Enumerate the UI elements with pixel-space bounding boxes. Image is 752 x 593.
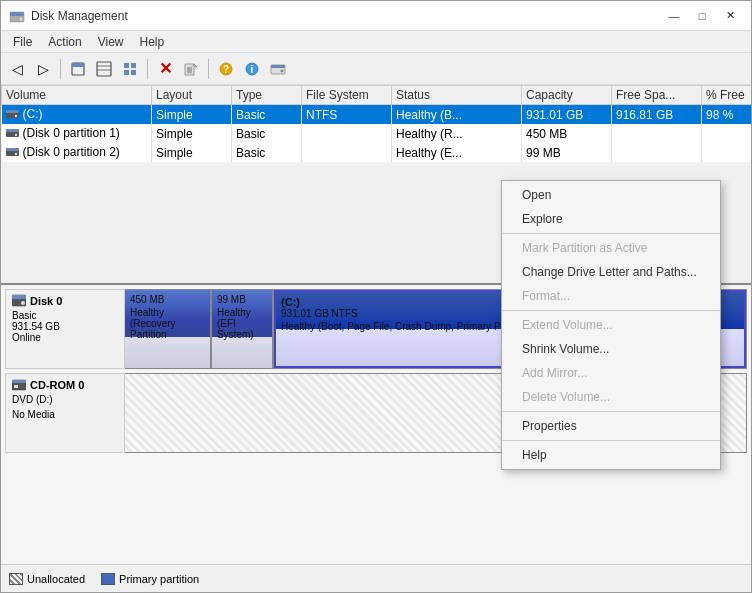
cell-freespace xyxy=(612,143,702,162)
cell-layout: Simple xyxy=(152,143,232,162)
ctx-format: Format... xyxy=(502,284,720,308)
toolbar-separator-1 xyxy=(60,59,61,79)
svg-rect-29 xyxy=(6,129,19,132)
table-row[interactable]: (C:) Simple Basic NTFS Healthy (B... 931… xyxy=(2,105,752,125)
ctx-help[interactable]: Help xyxy=(502,443,720,467)
partition-efi[interactable]: 99 MB Healthy (EFI System) xyxy=(212,290,274,368)
toolbar-btn-7[interactable] xyxy=(179,57,203,81)
legend-unallocated: Unallocated xyxy=(9,573,85,585)
toolbar-btn-5[interactable] xyxy=(118,57,142,81)
cell-volume: (Disk 0 partition 1) xyxy=(2,124,152,143)
delete-button[interactable]: ✕ xyxy=(153,57,177,81)
col-filesystem[interactable]: File System xyxy=(302,86,392,105)
col-layout[interactable]: Layout xyxy=(152,86,232,105)
col-volume[interactable]: Volume xyxy=(2,86,152,105)
forward-button[interactable]: ▷ xyxy=(31,57,55,81)
ctx-open[interactable]: Open xyxy=(502,183,720,207)
menu-action[interactable]: Action xyxy=(40,33,89,51)
cell-volume: (Disk 0 partition 2) xyxy=(2,143,152,162)
toolbar-btn-9[interactable]: ? xyxy=(214,57,238,81)
ctx-separator-2 xyxy=(502,310,720,311)
table-row[interactable]: (Disk 0 partition 1) Simple Basic Health… xyxy=(2,124,752,143)
partition-size: 450 MB xyxy=(130,294,205,305)
cell-status: Healthy (R... xyxy=(392,124,522,143)
svg-rect-5 xyxy=(97,62,111,76)
partition-desc: Healthy (Recovery Partition xyxy=(130,307,205,340)
window-title: Disk Management xyxy=(31,9,128,23)
cell-type: Basic xyxy=(232,105,302,125)
toolbar-btn-11[interactable] xyxy=(266,57,290,81)
context-menu: Open Explore Mark Partition as Active Ch… xyxy=(501,180,721,470)
svg-rect-11 xyxy=(131,70,136,75)
toolbar-separator-2 xyxy=(147,59,148,79)
partition-recovery[interactable]: 450 MB Healthy (Recovery Partition xyxy=(125,290,212,368)
svg-rect-10 xyxy=(124,70,129,75)
svg-point-36 xyxy=(21,301,25,305)
svg-text:i: i xyxy=(251,64,254,75)
ctx-delete-volume: Delete Volume... xyxy=(502,385,720,409)
close-button[interactable]: ✕ xyxy=(717,6,743,26)
cell-volume: (C:) xyxy=(2,105,152,125)
col-type[interactable]: Type xyxy=(232,86,302,105)
window-controls: — □ ✕ xyxy=(661,6,743,26)
toolbar-btn-4[interactable] xyxy=(92,57,116,81)
ctx-explore[interactable]: Explore xyxy=(502,207,720,231)
ctx-properties[interactable]: Properties xyxy=(502,414,720,438)
legend: Unallocated Primary partition xyxy=(1,564,751,592)
cdrom-type: DVD (D:) xyxy=(12,394,118,405)
table-header-row: Volume Layout Type File System Status Ca… xyxy=(2,86,752,105)
toolbar-btn-10[interactable]: i xyxy=(240,57,264,81)
disk-table: Volume Layout Type File System Status Ca… xyxy=(1,85,751,162)
svg-rect-26 xyxy=(6,110,19,113)
main-content: Volume Layout Type File System Status Ca… xyxy=(1,85,751,592)
ctx-extend: Extend Volume... xyxy=(502,313,720,337)
cell-layout: Simple xyxy=(152,124,232,143)
legend-label-primary: Primary partition xyxy=(119,573,199,585)
cell-filesystem xyxy=(302,124,392,143)
ctx-separator-3 xyxy=(502,411,720,412)
ctx-shrink[interactable]: Shrink Volume... xyxy=(502,337,720,361)
svg-rect-23 xyxy=(271,65,285,68)
ctx-add-mirror: Add Mirror... xyxy=(502,361,720,385)
svg-text:?: ? xyxy=(223,64,229,75)
col-freespace[interactable]: Free Spa... xyxy=(612,86,702,105)
ctx-separator-1 xyxy=(502,233,720,234)
svg-point-30 xyxy=(14,134,16,136)
svg-point-2 xyxy=(20,17,23,20)
legend-box-unallocated xyxy=(9,573,23,585)
svg-rect-38 xyxy=(12,380,26,383)
toolbar-separator-3 xyxy=(208,59,209,79)
cdrom0-label: CD-ROM 0 DVD (D:) No Media xyxy=(5,373,125,453)
drive-icon xyxy=(6,109,20,119)
col-pctfree[interactable]: % Free xyxy=(702,86,752,105)
ctx-change-letter[interactable]: Change Drive Letter and Paths... xyxy=(502,260,720,284)
cell-pctfree xyxy=(702,143,752,162)
menu-file[interactable]: File xyxy=(5,33,40,51)
svg-rect-9 xyxy=(131,63,136,68)
partition-size: 99 MB xyxy=(217,294,267,305)
table-row[interactable]: (Disk 0 partition 2) Simple Basic Health… xyxy=(2,143,752,162)
cell-status: Healthy (E... xyxy=(392,143,522,162)
ctx-mark-active: Mark Partition as Active xyxy=(502,236,720,260)
app-icon xyxy=(9,8,25,24)
cell-freespace xyxy=(612,124,702,143)
minimize-button[interactable]: — xyxy=(661,6,687,26)
svg-point-27 xyxy=(14,115,16,117)
cell-pctfree: 98 % xyxy=(702,105,752,125)
menu-help[interactable]: Help xyxy=(132,33,173,51)
svg-point-33 xyxy=(14,153,16,155)
toolbar-btn-3[interactable] xyxy=(66,57,90,81)
cell-capacity: 99 MB xyxy=(522,143,612,162)
cdrom-status: No Media xyxy=(12,409,118,420)
legend-box-primary xyxy=(101,573,115,585)
back-button[interactable]: ◁ xyxy=(5,57,29,81)
svg-rect-39 xyxy=(14,385,18,388)
col-status[interactable]: Status xyxy=(392,86,522,105)
col-capacity[interactable]: Capacity xyxy=(522,86,612,105)
svg-point-24 xyxy=(281,69,284,72)
cell-filesystem xyxy=(302,143,392,162)
svg-rect-8 xyxy=(124,63,129,68)
maximize-button[interactable]: □ xyxy=(689,6,715,26)
ctx-separator-4 xyxy=(502,440,720,441)
menu-view[interactable]: View xyxy=(90,33,132,51)
